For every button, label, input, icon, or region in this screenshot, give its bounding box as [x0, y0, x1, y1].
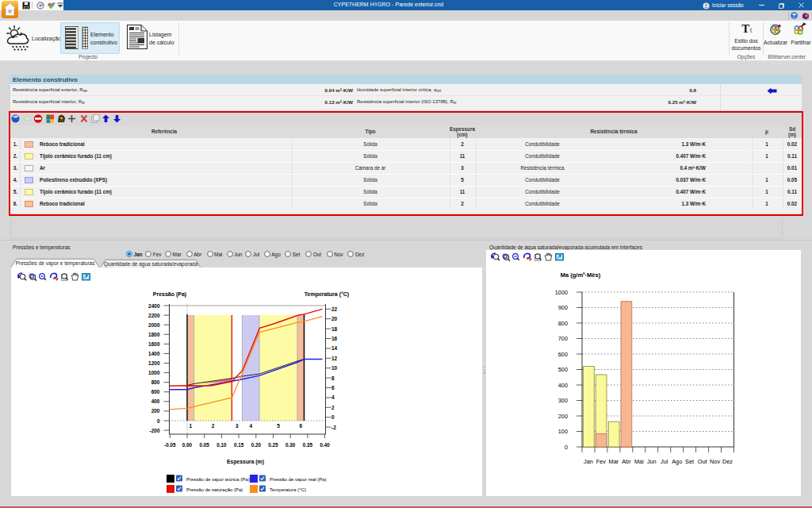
svg-text:Jun: Jun	[647, 458, 657, 465]
svg-text:Pressão de vapor real (Pa): Pressão de vapor real (Pa)	[270, 477, 327, 482]
svg-text:1600: 1600	[148, 341, 160, 347]
svg-text:400: 400	[558, 382, 568, 389]
svg-text:400: 400	[151, 398, 160, 404]
svg-text:-200: -200	[149, 428, 159, 433]
svg-text:Quantidade de água saturada/ev: Quantidade de água saturada/evaporada	[104, 261, 198, 267]
svg-text:6: 6	[299, 423, 302, 429]
svg-text:3: 3	[236, 423, 239, 429]
svg-text:Ma (g/m²·Mês): Ma (g/m²·Mês)	[561, 271, 601, 279]
svg-text:2400: 2400	[148, 303, 160, 309]
svg-text:Jul: Jul	[661, 458, 668, 465]
svg-text:900: 900	[558, 304, 568, 311]
svg-text:1200: 1200	[148, 360, 160, 366]
svg-text:Pressões de vapor e temperatur: Pressões de vapor e temperaturas	[16, 260, 95, 267]
svg-text:18: 18	[331, 326, 338, 332]
svg-text:22: 22	[331, 306, 338, 312]
svg-text:100: 100	[558, 428, 568, 435]
svg-text:20: 20	[331, 316, 338, 321]
svg-text:Abr: Abr	[622, 458, 631, 465]
svg-text:1400: 1400	[148, 351, 160, 356]
svg-text:2000: 2000	[148, 322, 160, 328]
svg-text:0.30: 0.30	[285, 442, 296, 448]
svg-text:300: 300	[558, 397, 568, 404]
svg-text:500: 500	[558, 366, 568, 373]
svg-text:16: 16	[331, 336, 338, 341]
svg-text:0.00: 0.00	[182, 442, 193, 448]
svg-text:12: 12	[331, 356, 338, 361]
svg-text:14: 14	[331, 345, 338, 351]
svg-text:5: 5	[277, 423, 280, 429]
svg-text:1000: 1000	[148, 370, 160, 375]
svg-text:0.35: 0.35	[303, 442, 313, 448]
svg-text:200: 200	[558, 413, 568, 420]
svg-text:0.10: 0.10	[216, 442, 227, 448]
svg-text:Espessura (m): Espessura (m)	[227, 459, 264, 465]
svg-text:Dez: Dez	[722, 458, 733, 465]
svg-text:0.20: 0.20	[251, 442, 262, 448]
svg-text:-2: -2	[331, 425, 336, 430]
svg-text:Temperatura (°C): Temperatura (°C)	[270, 487, 306, 492]
svg-text:Pressão (Pa): Pressão (Pa)	[153, 291, 186, 298]
svg-text:600: 600	[151, 389, 160, 394]
svg-text:10: 10	[331, 365, 338, 371]
svg-text:Nov: Nov	[710, 458, 720, 465]
svg-text:0.40: 0.40	[320, 442, 330, 448]
svg-text:600: 600	[558, 351, 568, 358]
svg-text:-0.05: -0.05	[164, 442, 176, 448]
svg-text:Temperatura (°C): Temperatura (°C)	[304, 291, 349, 298]
svg-text:Pressão de vapor teórica (Pa): Pressão de vapor teórica (Pa)	[186, 477, 250, 482]
svg-text:Out: Out	[698, 458, 707, 465]
svg-text:2: 2	[331, 405, 335, 410]
svg-text:800: 800	[151, 379, 160, 385]
svg-text:1: 1	[190, 423, 193, 429]
svg-text:Mar: Mar	[609, 458, 619, 465]
svg-text:8: 8	[331, 375, 335, 381]
svg-text:0: 0	[565, 444, 568, 451]
svg-text:0.25: 0.25	[268, 442, 278, 448]
svg-text:2200: 2200	[148, 313, 160, 318]
svg-text:Fev: Fev	[596, 458, 607, 465]
svg-text:0: 0	[157, 418, 160, 424]
svg-text:0.15: 0.15	[234, 442, 244, 448]
svg-text:4: 4	[249, 423, 252, 429]
svg-text:6: 6	[331, 385, 335, 391]
svg-text:Set: Set	[685, 458, 694, 465]
svg-text:Ago: Ago	[672, 458, 682, 465]
svg-text:Jan: Jan	[584, 458, 593, 465]
svg-text:0: 0	[331, 414, 335, 420]
svg-text:0.05: 0.05	[200, 442, 210, 448]
svg-text:200: 200	[151, 408, 160, 414]
svg-text:2: 2	[212, 423, 215, 429]
svg-text:1800: 1800	[148, 332, 160, 337]
svg-text:800: 800	[558, 320, 568, 327]
svg-text:700: 700	[558, 335, 568, 342]
svg-text:Pressão de saturação (Pa): Pressão de saturação (Pa)	[186, 487, 243, 492]
svg-text:Mai: Mai	[634, 458, 644, 465]
svg-text:4: 4	[331, 394, 335, 400]
svg-text:1000: 1000	[555, 289, 568, 296]
